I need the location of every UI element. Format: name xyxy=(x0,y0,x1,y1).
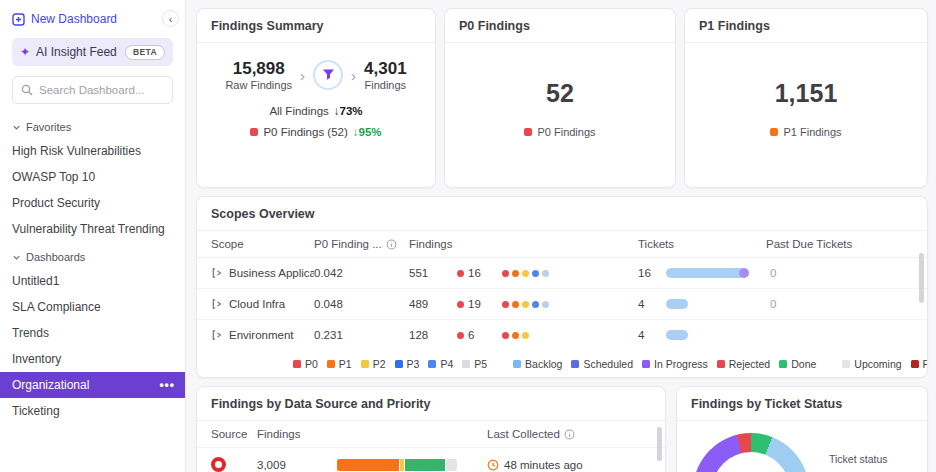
data-source-icon xyxy=(211,457,226,472)
tickets-bar xyxy=(666,299,758,309)
p0-findings-change-row: P0 Findings (52) ↓95% xyxy=(250,126,381,138)
new-dashboard-label: New Dashboard xyxy=(31,12,117,26)
p1-legend-label: P1 Findings xyxy=(783,126,841,138)
scope-row[interactable]: Environment 0.231 128 6 4 xyxy=(197,320,927,351)
legend-item: Done xyxy=(779,358,816,370)
info-icon[interactable] xyxy=(564,429,575,440)
source-findings-count: 3,009 xyxy=(257,459,337,471)
ticket-status-chart-area: Ticket status xyxy=(677,421,927,472)
tickets-bar xyxy=(666,268,758,278)
scope-name-cell[interactable]: Cloud Infra xyxy=(211,298,314,310)
scope-row[interactable]: Business Applica... 0.042 551 16 16 xyxy=(197,258,927,289)
priority-dot xyxy=(522,332,529,339)
ticket-status-donut-chart[interactable] xyxy=(693,433,809,472)
sidebar-item-untitled1[interactable]: Untitled1 xyxy=(0,268,185,294)
sidebar-item-owasp-top-10[interactable]: OWASP Top 10 xyxy=(0,164,185,190)
sidebar-item-label: Organizational xyxy=(12,378,89,392)
p0-legend-swatch xyxy=(524,128,532,136)
search-input[interactable] xyxy=(39,84,164,96)
main-content: Findings Summary 15,898 Raw Findings › ›… xyxy=(186,0,936,472)
scope-name-cell[interactable]: Business Applica... xyxy=(211,267,314,279)
priority-dot xyxy=(532,270,539,277)
priority-dot xyxy=(522,301,529,308)
scrollbar[interactable] xyxy=(919,253,924,303)
status-legend-group: Backlog Scheduled In Progress Rejected D… xyxy=(513,358,816,370)
card-title: Findings by Data Source and Priority xyxy=(197,387,665,421)
sidebar-item-product-security[interactable]: Product Security xyxy=(0,190,185,216)
priority-dot xyxy=(542,270,549,277)
findings-funnel-flow: 15,898 Raw Findings › › 4,301 Findings xyxy=(197,43,435,91)
more-icon[interactable]: ••• xyxy=(159,378,175,392)
findings-by-ticket-status-card: Findings by Ticket Status Ticket status xyxy=(676,386,928,472)
p1-stat: 1,151 P1 Findings xyxy=(685,43,927,138)
sidebar-item-sla-compliance[interactable]: SLA Compliance xyxy=(0,294,185,320)
dashboards-section-header[interactable]: Dashboards xyxy=(0,244,185,268)
column-past-due: Past Due Tickets xyxy=(766,238,913,250)
sidebar: New Dashboard ‹ ✦ AI Insight Feed BETA F… xyxy=(0,0,186,472)
findings-count: 489 xyxy=(409,298,457,310)
column-findings: Findings xyxy=(409,238,638,250)
legend-item: Rejected xyxy=(717,358,770,370)
source-row[interactable]: 3,009 48 minutes ago xyxy=(197,448,665,472)
legend-item: P4 xyxy=(428,358,453,370)
legend-item: Scheduled xyxy=(571,358,633,370)
ai-insight-feed-button[interactable]: ✦ AI Insight Feed BETA xyxy=(12,38,173,66)
column-scope: Scope xyxy=(211,238,314,250)
new-dashboard-button[interactable]: New Dashboard xyxy=(0,10,185,38)
p0-dot xyxy=(457,301,464,308)
p0-count: 6 xyxy=(468,329,474,341)
p0-findings-card: P0 Findings 52 P0 Findings xyxy=(444,8,676,188)
chevron-right-icon: › xyxy=(300,67,305,84)
legend-item: P0 xyxy=(293,358,318,370)
priority-dot xyxy=(512,332,519,339)
search-icon xyxy=(21,84,33,96)
scrollbar[interactable] xyxy=(657,427,662,461)
sidebar-item-organizational[interactable]: Organizational ••• xyxy=(0,372,185,398)
p1-findings-card: P1 Findings 1,151 P1 Findings xyxy=(684,8,928,188)
scope-row[interactable]: Cloud Infra 0.048 489 19 4 xyxy=(197,289,927,320)
sidebar-item-trends[interactable]: Trends xyxy=(0,320,185,346)
scopes-table-header: Scope P0 Finding ... Findings Tickets Pa… xyxy=(197,231,927,258)
sidebar-item-vulnerability-threat-trending[interactable]: Vulnerability Threat Trending xyxy=(0,216,185,242)
p0-legend[interactable]: P0 Findings xyxy=(524,126,595,138)
card-title: Findings by Ticket Status xyxy=(677,387,927,421)
due-legend-group: Upcoming Past Due xyxy=(842,358,928,370)
bar-segment xyxy=(400,459,404,471)
sidebar-collapse-button[interactable]: ‹ xyxy=(162,10,179,27)
favorites-section-header[interactable]: Favorites xyxy=(0,114,185,138)
bar-segment xyxy=(337,459,399,471)
last-collected-value: 48 minutes ago xyxy=(504,459,583,471)
p1-legend[interactable]: P1 Findings xyxy=(770,126,841,138)
scope-name-cell[interactable]: Environment xyxy=(211,329,314,341)
p0-findings-label: P0 Findings (52) xyxy=(263,126,347,138)
legend-item: In Progress xyxy=(642,358,708,370)
sidebar-item-high-risk-vulnerabilities[interactable]: High Risk Vulnerabilities xyxy=(0,138,185,164)
sparkle-icon: ✦ xyxy=(20,45,30,59)
scope-icon xyxy=(211,298,223,310)
priority-dot xyxy=(522,270,529,277)
tickets-bar-fill xyxy=(666,268,745,278)
bottom-row: Findings by Data Source and Priority Sou… xyxy=(196,386,928,472)
findings-label: Findings xyxy=(364,79,407,91)
legend-item: P2 xyxy=(361,358,386,370)
findings-by-source-card: Findings by Data Source and Priority Sou… xyxy=(196,386,666,472)
p1-value: 1,151 xyxy=(775,79,838,108)
past-due-count: 0 xyxy=(766,267,913,279)
legend-item: Past Due xyxy=(911,358,928,370)
info-icon[interactable] xyxy=(386,239,397,250)
raw-findings-label: Raw Findings xyxy=(225,79,292,91)
priority-dot xyxy=(512,270,519,277)
findings-stat: 4,301 Findings xyxy=(364,59,407,91)
p0-dot xyxy=(457,332,464,339)
p0-count-chip: 16 xyxy=(457,267,502,279)
priority-dots xyxy=(502,332,638,339)
p0-count: 16 xyxy=(468,267,481,279)
scope-name: Environment xyxy=(229,329,294,341)
tickets-bar-marker xyxy=(739,268,749,278)
scopes-overview-card: Scopes Overview Scope P0 Finding ... Fin… xyxy=(196,196,928,378)
p0-value: 52 xyxy=(546,79,574,108)
sidebar-item-inventory[interactable]: Inventory xyxy=(0,346,185,372)
sidebar-item-ticketing[interactable]: Ticketing xyxy=(0,398,185,424)
chevron-down-icon xyxy=(12,253,21,262)
p0-stat: 52 P0 Findings xyxy=(445,43,675,138)
